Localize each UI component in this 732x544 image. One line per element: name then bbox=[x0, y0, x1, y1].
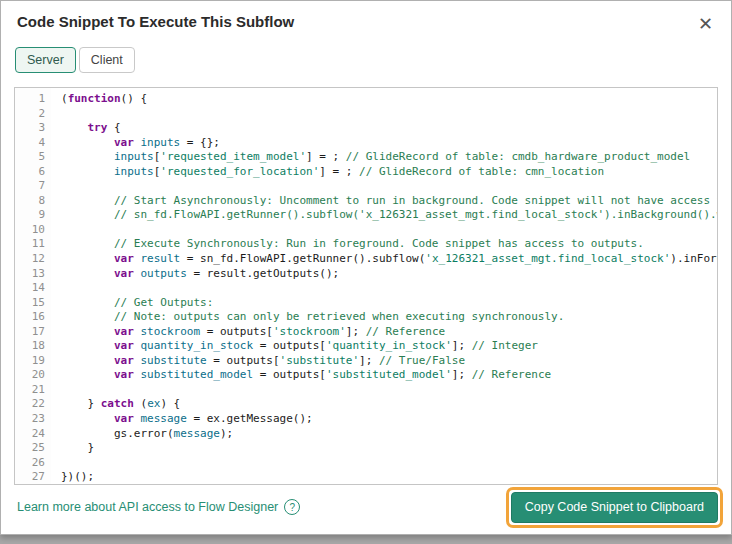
line-number: 3 bbox=[15, 121, 45, 136]
code-line: } bbox=[61, 441, 717, 456]
code-line: // Note: outputs can only be retrieved w… bbox=[61, 310, 717, 325]
code-line: try { bbox=[61, 121, 717, 136]
line-number: 15 bbox=[15, 296, 45, 311]
code-line bbox=[61, 456, 717, 471]
line-number: 24 bbox=[15, 427, 45, 442]
tab-server[interactable]: Server bbox=[15, 47, 76, 73]
line-number: 25 bbox=[15, 441, 45, 456]
line-number: 8 bbox=[15, 194, 45, 209]
tab-bar: Server Client bbox=[1, 43, 731, 73]
code-line: var substituted_model = outputs['substit… bbox=[61, 368, 717, 383]
line-number: 1 bbox=[15, 92, 45, 107]
code-line: var stockroom = outputs['stockroom']; //… bbox=[61, 325, 717, 340]
code-line: var outputs = result.getOutputs(); bbox=[61, 267, 717, 282]
line-number: 26 bbox=[15, 456, 45, 471]
line-number: 13 bbox=[15, 267, 45, 282]
code-line: (function() { bbox=[61, 92, 717, 107]
line-number: 23 bbox=[15, 412, 45, 427]
code-line: inputs['requested_item_model'] = ; // Gl… bbox=[61, 150, 717, 165]
copy-code-snippet-button[interactable]: Copy Code Snippet to Clipboard bbox=[511, 492, 718, 523]
code-line bbox=[61, 383, 717, 398]
line-number: 17 bbox=[15, 325, 45, 340]
code-line bbox=[61, 223, 717, 238]
line-number: 9 bbox=[15, 208, 45, 223]
line-number: 5 bbox=[15, 150, 45, 165]
line-number: 11 bbox=[15, 237, 45, 252]
code-line bbox=[61, 281, 717, 296]
code-line: inputs['requested_for_location'] = ; // … bbox=[61, 165, 717, 180]
line-number: 21 bbox=[15, 383, 45, 398]
code-line: // Start Asynchronously: Uncomment to ru… bbox=[61, 194, 717, 209]
line-number: 27 bbox=[15, 470, 45, 485]
line-number: 4 bbox=[15, 136, 45, 151]
code-line: var substitute = outputs['substitute']; … bbox=[61, 354, 717, 369]
code-line: // sn_fd.FlowAPI.getRunner().subflow('x_… bbox=[61, 208, 717, 223]
line-number: 16 bbox=[15, 310, 45, 325]
learn-more-label: Learn more about API access to Flow Desi… bbox=[17, 500, 278, 514]
code-line: gs.error(message); bbox=[61, 427, 717, 442]
line-number: 2 bbox=[15, 107, 45, 122]
help-icon[interactable]: ? bbox=[284, 499, 300, 515]
code-editor[interactable]: 1234567891011121314151617181920212223242… bbox=[14, 87, 718, 485]
code-line bbox=[61, 107, 717, 122]
code-line: })(); bbox=[61, 470, 717, 484]
line-number: 10 bbox=[15, 223, 45, 238]
code-line bbox=[61, 179, 717, 194]
close-icon: ✕ bbox=[698, 14, 713, 34]
code-line: // Get Outputs: bbox=[61, 296, 717, 311]
modal-title: Code Snippet To Execute This Subflow bbox=[17, 13, 294, 30]
highlight-annotation: Copy Code Snippet to Clipboard bbox=[506, 487, 723, 528]
line-number: 14 bbox=[15, 281, 45, 296]
modal-footer: Learn more about API access to Flow Desi… bbox=[1, 485, 731, 529]
code-lines[interactable]: (function() { try { var inputs = {}; inp… bbox=[51, 88, 717, 484]
close-button[interactable]: ✕ bbox=[694, 13, 717, 35]
tab-client[interactable]: Client bbox=[79, 47, 135, 73]
line-number: 6 bbox=[15, 165, 45, 180]
line-number: 12 bbox=[15, 252, 45, 267]
line-number: 22 bbox=[15, 397, 45, 412]
code-snippet-modal: Code Snippet To Execute This Subflow ✕ S… bbox=[0, 0, 732, 535]
modal-header: Code Snippet To Execute This Subflow ✕ bbox=[1, 1, 731, 43]
line-number: 20 bbox=[15, 368, 45, 383]
code-line: var quantity_in_stock = outputs['quantit… bbox=[61, 339, 717, 354]
code-line: var message = ex.getMessage(); bbox=[61, 412, 717, 427]
line-number: 19 bbox=[15, 354, 45, 369]
code-line: var inputs = {}; bbox=[61, 136, 717, 151]
code-line: } catch (ex) { bbox=[61, 397, 717, 412]
line-number: 18 bbox=[15, 339, 45, 354]
line-number: 7 bbox=[15, 179, 45, 194]
line-numbers: 1234567891011121314151617181920212223242… bbox=[15, 88, 51, 484]
code-line: // Execute Synchronously: Run in foregro… bbox=[61, 237, 717, 252]
code-line: var result = sn_fd.FlowAPI.getRunner().s… bbox=[61, 252, 717, 267]
learn-more-link[interactable]: Learn more about API access to Flow Desi… bbox=[17, 499, 300, 515]
